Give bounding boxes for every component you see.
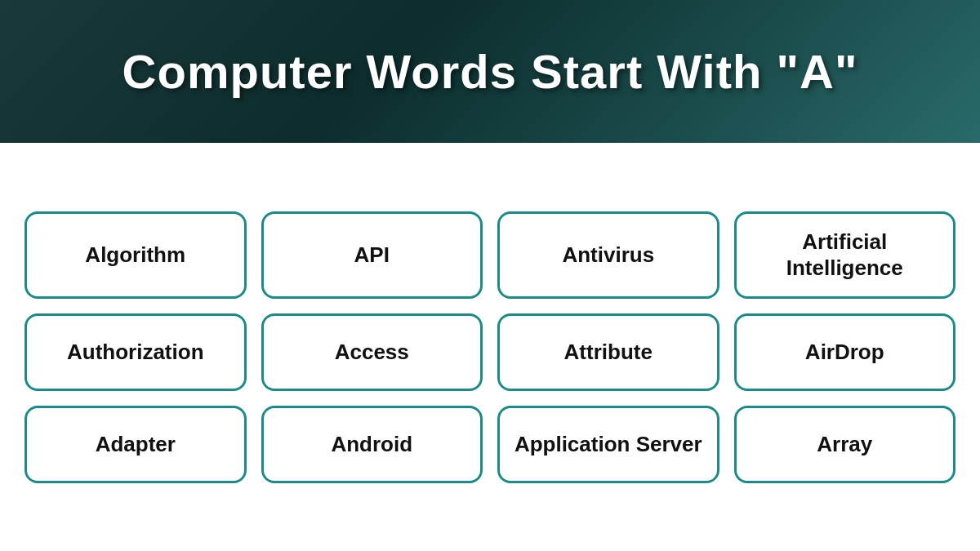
row-2: AuthorizationAccessAttributeAirDrop: [24, 313, 956, 391]
card-label-application-server: Application Server: [514, 431, 702, 458]
card-label-antivirus: Antivirus: [562, 242, 654, 269]
card-label-attribute: Attribute: [564, 339, 653, 366]
card-attribute[interactable]: Attribute: [497, 313, 719, 391]
row-3: AdapterAndroidApplication ServerArray: [24, 406, 956, 483]
card-access[interactable]: Access: [261, 313, 483, 391]
card-algorithm[interactable]: Algorithm: [24, 211, 247, 299]
card-authorization[interactable]: Authorization: [24, 313, 247, 391]
card-label-access: Access: [335, 339, 409, 366]
card-label-adapter: Adapter: [96, 431, 176, 458]
card-array[interactable]: Array: [734, 406, 956, 483]
card-adapter[interactable]: Adapter: [24, 406, 247, 483]
card-label-algorithm: Algorithm: [85, 242, 185, 269]
card-label-authorization: Authorization: [67, 339, 204, 366]
content-area: AlgorithmAPIAntivirusArtificial Intellig…: [0, 143, 980, 551]
card-label-airdrop: AirDrop: [805, 339, 884, 366]
page-title: Computer Words Start With "A": [122, 44, 858, 99]
card-artificial-intelligence[interactable]: Artificial Intelligence: [734, 211, 956, 299]
card-android[interactable]: Android: [261, 406, 483, 483]
card-label-artificial-intelligence: Artificial Intelligence: [746, 229, 944, 282]
header: Computer Words Start With "A": [0, 0, 980, 143]
card-api[interactable]: API: [261, 211, 483, 299]
card-label-android: Android: [331, 431, 412, 458]
card-application-server[interactable]: Application Server: [497, 406, 719, 483]
row-1: AlgorithmAPIAntivirusArtificial Intellig…: [24, 211, 956, 299]
card-airdrop[interactable]: AirDrop: [734, 313, 956, 391]
card-label-api: API: [354, 242, 390, 269]
card-antivirus[interactable]: Antivirus: [497, 211, 719, 299]
card-label-array: Array: [817, 431, 872, 458]
